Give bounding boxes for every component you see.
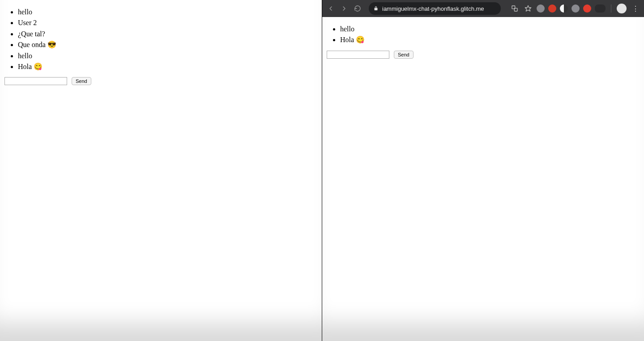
nav-forward-button[interactable] — [339, 4, 349, 13]
browser-menu-button[interactable]: ⋮ — [630, 4, 640, 13]
nav-reload-button[interactable] — [353, 4, 363, 13]
extension-icon[interactable] — [548, 4, 556, 13]
message-list: hello User 2 ¿Que tal? Que onda 😎 hello … — [0, 7, 322, 72]
right-window: iammiguelmx-chat-pyhonflask.glitch.me ⋮ … — [322, 0, 644, 341]
extension-icon[interactable] — [560, 4, 568, 13]
address-bar[interactable]: iammiguelmx-chat-pyhonflask.glitch.me — [369, 2, 501, 15]
lock-icon — [373, 6, 379, 11]
chat-form: Send — [0, 77, 322, 85]
svg-marker-2 — [525, 5, 531, 11]
send-button[interactable]: Send — [72, 77, 91, 85]
list-item: Hola 😋 — [18, 62, 322, 72]
list-item: ¿Que tal? — [18, 29, 322, 39]
chat-page-left: hello User 2 ¿Que tal? Que onda 😎 hello … — [0, 7, 322, 85]
send-button[interactable]: Send — [394, 51, 414, 59]
chat-form: Send — [322, 51, 644, 59]
extension-icon[interactable] — [537, 4, 545, 13]
profile-avatar[interactable] — [617, 4, 627, 13]
toolbar-separator — [611, 4, 611, 13]
translate-icon[interactable] — [510, 4, 520, 13]
nav-back-button[interactable] — [326, 4, 336, 13]
extension-icon[interactable] — [571, 4, 580, 13]
message-input[interactable] — [4, 77, 67, 85]
bookmark-star-icon[interactable] — [523, 4, 533, 13]
browser-toolbar: iammiguelmx-chat-pyhonflask.glitch.me ⋮ — [322, 0, 644, 17]
extension-icon[interactable] — [595, 4, 606, 13]
message-list: hello Hola 😋 — [322, 24, 644, 45]
left-window: hello User 2 ¿Que tal? Que onda 😎 hello … — [0, 0, 322, 341]
list-item: User 2 — [18, 18, 322, 28]
url-text: iammiguelmx-chat-pyhonflask.glitch.me — [382, 5, 484, 12]
list-item: Que onda 😎 — [18, 40, 322, 50]
message-input[interactable] — [327, 51, 389, 59]
chat-page-right: hello Hola 😋 Send — [322, 17, 644, 59]
extension-icon[interactable] — [583, 4, 591, 13]
list-item: Hola 😋 — [340, 35, 644, 45]
list-item: hello — [18, 51, 322, 61]
list-item: hello — [340, 24, 644, 34]
list-item: hello — [18, 7, 322, 17]
